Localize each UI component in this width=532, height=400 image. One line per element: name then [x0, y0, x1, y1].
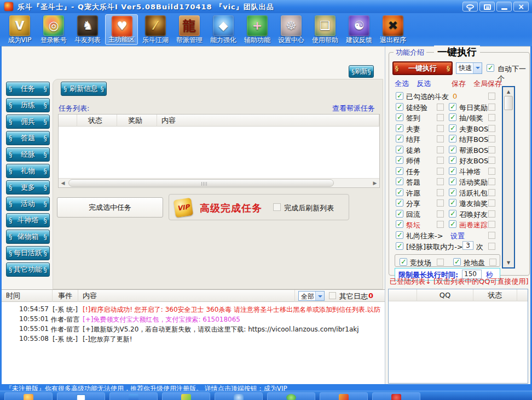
one-key-execute-button[interactable]: 一键执行 [392, 61, 453, 75]
empty-checkbox[interactable] [488, 135, 495, 142]
option-checkbox[interactable] [449, 103, 456, 111]
sidebar-item-quiz[interactable]: 答题 [6, 131, 50, 145]
sidebar-item-training[interactable]: 历练 [6, 98, 50, 112]
empty-checkbox[interactable] [488, 93, 495, 100]
dropdown-arrow-icon[interactable] [315, 292, 324, 300]
checked-friends-checkbox[interactable] [396, 92, 403, 100]
sidebar-item-daily-active[interactable]: 每日活跃 [6, 246, 50, 260]
scroll-thumb[interactable] [504, 96, 513, 110]
empty-checkbox[interactable] [437, 104, 444, 111]
qq-col-status[interactable]: 状态 [473, 289, 517, 301]
global-save-link[interactable]: 全局保存 [473, 79, 502, 89]
empty-checkbox[interactable] [437, 221, 444, 228]
log-entry[interactable]: 10:54:57 [-系 统-] [!]程序启动成功! 您开启了: 360安全卫… [2, 305, 385, 315]
sidebar-item-activity[interactable]: 活动 [6, 197, 50, 211]
auto-next-checkbox[interactable] [487, 64, 494, 72]
empty-checkbox[interactable] [488, 146, 495, 153]
log-entry[interactable]: 10:55:01 作者-留言 [+]最新版为V5.20，若自动更新失败，请双击这… [2, 325, 385, 334]
toolbar-item-ability[interactable]: ◆能力强化 [207, 14, 240, 45]
taskbar-item[interactable] [162, 392, 210, 400]
taskbar-item[interactable] [57, 392, 105, 400]
empty-checkbox[interactable] [488, 221, 495, 228]
meridian-checkbox[interactable] [396, 242, 403, 250]
empty-checkbox[interactable] [437, 189, 444, 196]
toolbar-item-vip[interactable]: V成为VIP [3, 14, 36, 45]
empty-checkbox[interactable] [488, 168, 495, 175]
sidebar-item-storage[interactable]: 储物箱 [6, 230, 50, 244]
refresh-info-button[interactable]: 刷新信息 [61, 82, 107, 96]
taskbar-item[interactable] [267, 392, 315, 400]
empty-checkbox[interactable] [488, 189, 495, 196]
taskbar-item[interactable] [109, 392, 158, 400]
option-checkbox[interactable] [396, 156, 403, 164]
log-col-content[interactable]: 内容 [78, 290, 295, 302]
taskbar-item[interactable] [320, 392, 368, 400]
option-checkbox[interactable] [449, 146, 456, 153]
message-button[interactable] [462, 2, 478, 12]
speed-select[interactable]: 快速 [456, 62, 482, 74]
log-filter-select[interactable]: 全部 [298, 291, 325, 301]
toolbar-item-main-functions[interactable]: ♥主功能区 [105, 14, 138, 45]
task-col-reward[interactable]: 奖励 [117, 115, 157, 127]
taskbar-item[interactable] [4, 392, 53, 400]
option-checkbox[interactable] [396, 188, 403, 196]
empty-checkbox[interactable] [488, 178, 495, 185]
log-col-event[interactable]: 事件 [53, 290, 78, 302]
empty-checkbox[interactable] [437, 157, 444, 164]
task-table-hscrollbar[interactable]: ◀ ▶ [59, 178, 379, 187]
option-checkbox[interactable] [396, 146, 403, 153]
task-col-status[interactable]: 状态 [77, 115, 117, 127]
select-all-link[interactable]: 全选 [395, 79, 409, 89]
option-checkbox[interactable] [449, 113, 456, 121]
scroll-left-icon[interactable]: ◀ [59, 179, 67, 187]
scroll-thumb[interactable] [68, 179, 334, 187]
log-col-time[interactable]: 时间 [2, 290, 53, 302]
empty-checkbox[interactable] [437, 125, 444, 132]
empty-checkbox[interactable] [437, 168, 444, 175]
empty-checkbox[interactable] [437, 135, 444, 142]
qq-col-qq[interactable]: QQ [417, 289, 473, 301]
empty-checkbox[interactable] [488, 243, 495, 250]
option-checkbox[interactable] [396, 210, 403, 218]
territory-checkbox[interactable] [453, 258, 461, 266]
scroll-right-icon[interactable]: ▶ [371, 179, 379, 187]
toolbar-item-guild[interactable]: 龍帮派管理 [173, 14, 206, 45]
empty-checkbox[interactable] [488, 104, 495, 111]
empty-checkbox[interactable] [488, 199, 495, 207]
scroll-down-icon[interactable]: ▼ [503, 260, 514, 265]
meridian-count-input[interactable]: 3 [462, 241, 473, 250]
sidebar-item-more[interactable]: 更多 [6, 180, 50, 195]
advanced-complete-button[interactable]: 高级完成任务 [200, 202, 262, 215]
taskbar-item[interactable] [215, 392, 263, 400]
toolbar-item-exit[interactable]: ✖退出程序 [377, 14, 409, 45]
option-checkbox[interactable] [396, 103, 403, 111]
other-log-checkbox[interactable] [329, 292, 336, 299]
log-entry[interactable]: 10:55:08 [-系 统-] [-]您放弃了更新! [2, 335, 385, 344]
logged-in-table[interactable]: QQ 状态 [388, 289, 528, 384]
empty-checkbox[interactable] [488, 210, 495, 218]
option-checkbox[interactable] [396, 167, 403, 175]
toolbar-item-login[interactable]: ◎登录帐号 [37, 14, 70, 45]
sidebar-item-mercenary[interactable]: 佣兵 [6, 115, 50, 129]
empty-checkbox[interactable] [437, 178, 444, 185]
view-guild-tasks-link[interactable]: 查看帮派任务 [332, 104, 375, 113]
minimize-button[interactable] [496, 2, 512, 12]
scroll-up-icon[interactable]: ▲ [503, 89, 514, 94]
toolbar-item-assist[interactable]: +辅助功能 [241, 14, 274, 45]
log-entry[interactable]: 10:55:01 作者-留言 [+]免费领支付宝大额红包，支付宝搜索: 6150… [2, 315, 385, 324]
taskbar-item[interactable] [372, 392, 420, 400]
empty-checkbox[interactable] [437, 199, 444, 207]
empty-checkbox[interactable] [489, 259, 496, 266]
toolbar-item-friends[interactable]: ♞斗友列表 [71, 14, 104, 45]
close-button[interactable]: × [513, 2, 529, 12]
save-link[interactable]: 保存 [452, 79, 466, 89]
option-checkbox[interactable] [449, 156, 456, 164]
empty-checkbox[interactable] [437, 146, 444, 153]
toolbar-item-jianghu[interactable]: ⁄乐斗江湖 [139, 14, 172, 45]
empty-checkbox[interactable] [488, 157, 495, 164]
complete-selected-button[interactable]: 完成选中任务 [57, 197, 163, 218]
refresh-button[interactable]: 刷新 [349, 65, 374, 78]
arena-checkbox[interactable] [400, 258, 407, 266]
invert-select-link[interactable]: 反选 [417, 79, 431, 89]
dropdown-arrow-icon[interactable] [473, 63, 482, 73]
